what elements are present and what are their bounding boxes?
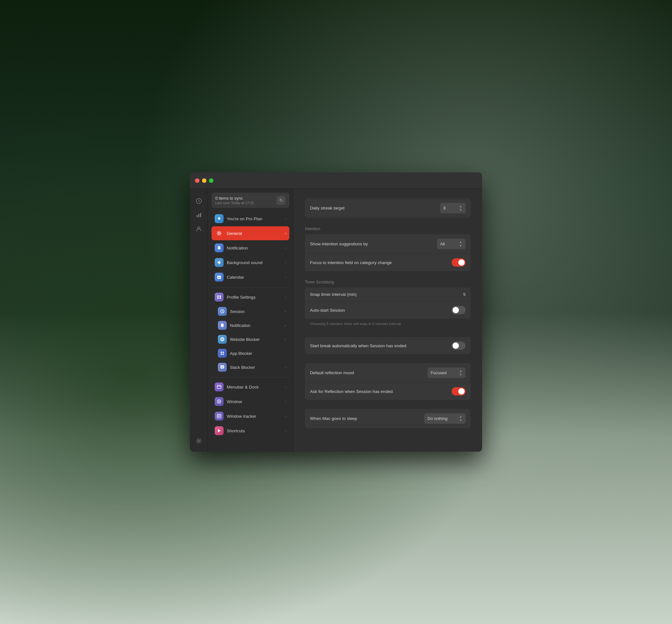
streak-value: 8 — [443, 206, 446, 210]
svg-rect-24 — [217, 385, 221, 389]
website-blocker-icon — [218, 335, 227, 344]
sidebar-label-session: Session — [230, 309, 281, 314]
chevron-icon-window: › — [285, 399, 286, 404]
snap-timer-label: Snap timer interval (min) — [310, 292, 357, 297]
streak-arrows: ▲ ▼ — [459, 204, 463, 212]
chevron-icon-profile: › — [285, 295, 286, 299]
chevron-icon: › — [285, 217, 286, 220]
focus-intention-label: Focus to intention field on category cha… — [310, 260, 392, 265]
sidebar-label-general: General — [227, 231, 282, 236]
sidebar-item-calendar[interactable]: Calendar › — [211, 270, 289, 284]
streak-select[interactable]: 8 ▲ ▼ — [440, 203, 466, 213]
chevron-icon-shortcuts: › — [285, 429, 286, 433]
timer-section: Timer Scrubbing Snap timer interval (min… — [305, 280, 471, 328]
sidebar-item-profile[interactable]: Profile Settings › — [211, 290, 289, 304]
nav-sidebar: 0 items to sync Last sync Today at 17:32… — [208, 189, 294, 452]
svg-rect-21 — [221, 354, 222, 355]
chevron-icon-wtracker: › — [285, 414, 286, 418]
svg-rect-15 — [220, 295, 221, 297]
close-button[interactable] — [195, 178, 199, 183]
sidebar-item-window-tracker[interactable]: Window tracker › — [211, 409, 289, 423]
streak-section: Daily streak target 8 ▲ ▼ — [305, 198, 471, 218]
sidebar-icon-person[interactable] — [193, 223, 204, 235]
sleep-select[interactable]: Do nothing ▲ ▼ — [424, 413, 466, 424]
double-chevron-web: » — [284, 338, 286, 341]
sidebar-item-background-sound[interactable]: Background sound › — [211, 256, 289, 269]
reflection-mood-value: Focused — [431, 370, 447, 375]
sync-button[interactable]: ↻ — [277, 196, 285, 205]
snap-timer-value: 5 — [463, 292, 466, 297]
svg-rect-14 — [217, 297, 219, 299]
sidebar-item-notification-sub[interactable]: Notification » — [211, 319, 289, 332]
show-intention-label: Show intention suggestions by — [310, 241, 368, 246]
sleep-card: When Mac goes to sleep Do nothing ▲ ▼ — [305, 409, 471, 428]
timer-card: Snap timer interval (min) 5 Auto-start S… — [305, 288, 471, 319]
sidebar-label-bgsound: Background sound — [227, 260, 282, 265]
icon-sidebar — [190, 189, 208, 452]
sidebar-item-slack-blocker[interactable]: Slack Blocker › — [211, 361, 289, 374]
svg-rect-30 — [218, 417, 220, 417]
reflection-mood-row: Default reflection mood Focused ▲ ▼ — [305, 363, 471, 383]
sleep-section: When Mac goes to sleep Do nothing ▲ ▼ — [305, 409, 471, 428]
profile-icon — [215, 293, 224, 302]
sidebar-label-slack-blocker: Slack Blocker — [230, 365, 282, 370]
svg-rect-26 — [218, 400, 220, 402]
svg-rect-22 — [223, 354, 224, 355]
sidebar-label-pro: You're on Pro Plan — [227, 216, 282, 221]
menubar-icon — [215, 383, 224, 391]
svg-rect-3 — [200, 213, 201, 217]
show-intention-arrows: ▲ ▼ — [459, 240, 463, 248]
sidebar-item-shortcuts[interactable]: Shortcuts › — [211, 424, 289, 438]
divider-2 — [211, 377, 289, 378]
chevron-icon-slack: › — [285, 365, 286, 369]
svg-rect-13 — [217, 295, 219, 297]
sidebar-item-app-blocker[interactable]: App Blocker › — [211, 346, 289, 360]
break-toggle[interactable] — [452, 341, 466, 350]
sidebar-item-session[interactable]: Session » — [211, 305, 289, 318]
sleep-value: Do nothing — [427, 416, 447, 421]
svg-rect-28 — [218, 416, 220, 416]
autostart-toggle[interactable] — [452, 306, 466, 314]
sidebar-label-app-blocker: App Blocker — [230, 351, 282, 356]
minimize-button[interactable] — [202, 178, 206, 183]
divider-1 — [211, 287, 289, 288]
shortcuts-icon — [215, 426, 224, 435]
svg-rect-10 — [218, 278, 219, 278]
streak-card: Daily streak target 8 ▲ ▼ — [305, 198, 471, 218]
sidebar-icon-gear[interactable] — [193, 435, 204, 447]
svg-rect-2 — [198, 214, 199, 217]
reflection-mood-arrows: ▲ ▼ — [459, 369, 463, 376]
sidebar-icon-clock[interactable] — [193, 195, 204, 207]
show-intention-select[interactable]: All ▲ ▼ — [437, 239, 466, 249]
reflection-card: Default reflection mood Focused ▲ ▼ Ask … — [305, 363, 471, 400]
chevron-icon-bgsound: › — [285, 261, 286, 264]
sidebar-label-window-tracker: Window tracker — [227, 414, 282, 419]
break-label: Start break automatically when Session h… — [310, 343, 406, 348]
focus-intention-toggle[interactable] — [452, 258, 466, 267]
sidebar-label-profile: Profile Settings — [227, 295, 282, 300]
reflection-mood-select[interactable]: Focused ▲ ▼ — [427, 367, 466, 378]
titlebar — [190, 172, 482, 189]
svg-rect-1 — [197, 215, 198, 217]
sidebar-item-notification[interactable]: Notification › — [211, 241, 289, 255]
svg-point-6 — [218, 232, 220, 234]
streak-row: Daily streak target 8 ▲ ▼ — [305, 198, 471, 218]
notification-icon — [215, 243, 224, 252]
sidebar-item-general[interactable]: General › — [211, 226, 289, 240]
maximize-button[interactable] — [209, 178, 214, 183]
sidebar-item-website-blocker[interactable]: Website Blocker » — [211, 333, 289, 346]
sidebar-icon-chart[interactable] — [193, 209, 204, 220]
double-chevron-session: » — [284, 310, 286, 313]
reflection-mood-label: Default reflection mood — [310, 370, 354, 375]
ask-reflection-toggle[interactable] — [452, 387, 466, 395]
sidebar-item-pro[interactable]: You're on Pro Plan › — [211, 212, 289, 226]
svg-rect-16 — [220, 297, 221, 299]
sidebar-item-menubar[interactable]: Menubar & Dock › — [211, 380, 289, 394]
svg-rect-20 — [223, 352, 224, 353]
sync-text: 0 items to sync Last sync Today at 17:32 — [215, 196, 277, 205]
intention-card: Show intention suggestions by All ▲ ▼ Fo… — [305, 234, 471, 271]
sidebar-label-calendar: Calendar — [227, 275, 282, 280]
chevron-icon-calendar: › — [285, 275, 286, 279]
sidebar-label-window: Window — [227, 399, 282, 404]
sidebar-item-window[interactable]: Window › — [211, 394, 289, 409]
